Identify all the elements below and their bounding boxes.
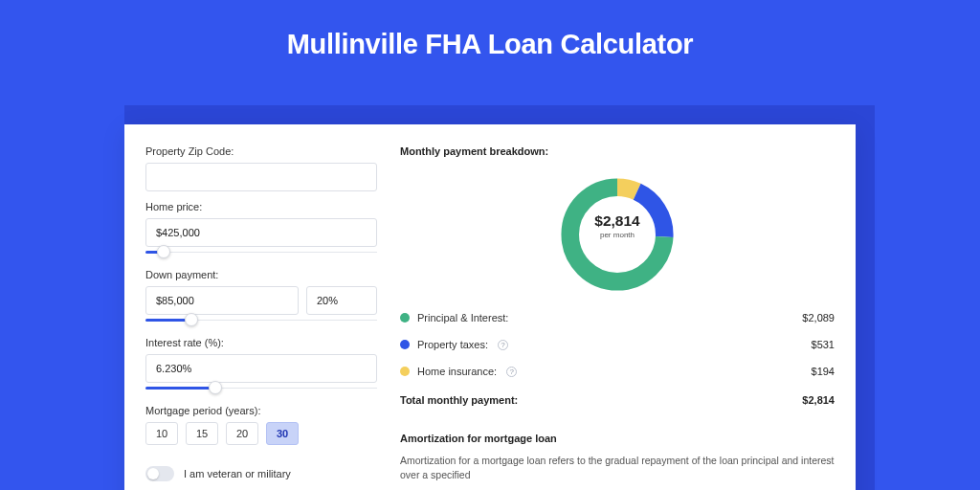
breakdown-value: $531 <box>812 339 835 350</box>
breakdown-label: Property taxes: <box>417 339 488 350</box>
help-icon[interactable]: ? <box>498 340 508 350</box>
dot-icon <box>400 367 410 376</box>
amortization-body: Amortization for a mortgage loan refers … <box>400 454 835 481</box>
period-option-20[interactable]: 20 <box>226 422 258 445</box>
dot-icon <box>400 313 410 323</box>
interest-rate-slider[interactable] <box>145 382 377 395</box>
period-option-30[interactable]: 30 <box>266 422 299 445</box>
down-payment-percent-input[interactable] <box>306 286 377 315</box>
home-price-label: Home price: <box>145 201 377 212</box>
breakdown-label: Home insurance: <box>417 366 497 377</box>
form-column: Property Zip Code: Home price: Down paym… <box>145 145 377 490</box>
donut-amount: $2,814 <box>579 211 656 229</box>
breakdown-label: Principal & Interest: <box>417 312 508 323</box>
breakdown-item-principal: Principal & Interest: $2,089 <box>400 304 835 331</box>
breakdown-column: Monthly payment breakdown: $2,814 per mo… <box>400 145 835 490</box>
amortization-title: Amortization for mortgage loan <box>400 433 835 444</box>
down-payment-input[interactable] <box>145 286 299 315</box>
zip-label: Property Zip Code: <box>145 145 377 157</box>
calculator-card: Property Zip Code: Home price: Down paym… <box>124 124 856 490</box>
period-option-15[interactable]: 15 <box>186 422 218 445</box>
period-option-10[interactable]: 10 <box>145 422 178 445</box>
mortgage-period-label: Mortgage period (years): <box>145 405 377 416</box>
mortgage-period-group: 10 15 20 30 <box>145 422 377 445</box>
total-label: Total monthly payment: <box>400 394 518 406</box>
interest-rate-input[interactable] <box>145 354 377 383</box>
home-price-slider[interactable] <box>145 246 377 259</box>
breakdown-item-taxes: Property taxes: ? $531 <box>400 331 835 358</box>
donut-sub: per month <box>579 232 656 240</box>
down-payment-slider[interactable] <box>145 314 377 327</box>
donut-chart: $2,814 per month <box>400 167 835 304</box>
interest-rate-label: Interest rate (%): <box>145 337 377 348</box>
down-payment-label: Down payment: <box>145 269 377 280</box>
breakdown-item-insurance: Home insurance: ? $194 <box>400 358 835 385</box>
total-value: $2,814 <box>802 394 835 406</box>
breakdown-value: $194 <box>812 366 835 377</box>
dot-icon <box>400 340 410 349</box>
veteran-label: I am veteran or military <box>184 468 291 479</box>
zip-input[interactable] <box>145 163 377 191</box>
breakdown-total: Total monthly payment: $2,814 <box>400 385 835 412</box>
help-icon[interactable]: ? <box>506 367 517 377</box>
home-price-input[interactable] <box>145 218 377 247</box>
breakdown-title: Monthly payment breakdown: <box>400 145 835 157</box>
page-title: Mullinville FHA Loan Calculator <box>0 29 980 60</box>
breakdown-value: $2,089 <box>802 312 835 323</box>
veteran-toggle[interactable] <box>145 466 174 481</box>
